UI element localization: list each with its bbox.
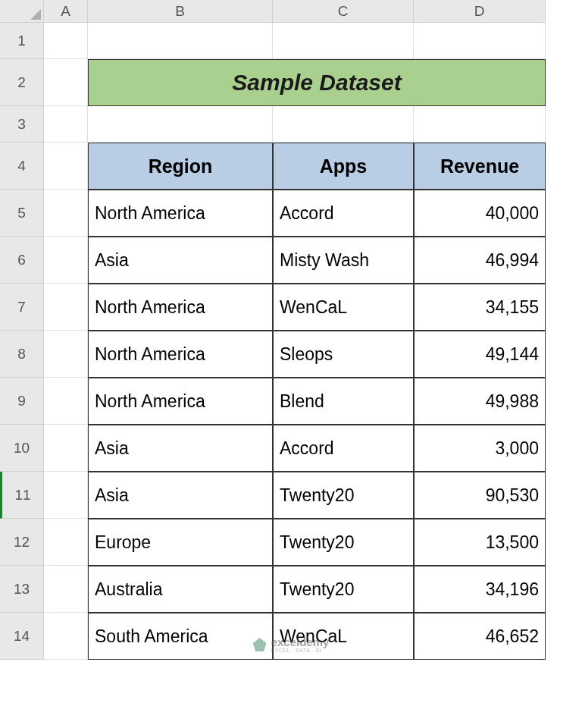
col-header-d[interactable]: D [414, 0, 546, 23]
cell-apps-2[interactable]: WenCaL [273, 284, 414, 331]
cell-a8[interactable] [44, 331, 88, 378]
cell-b1[interactable] [88, 23, 273, 59]
col-header-c[interactable]: C [273, 0, 414, 23]
cell-region-9[interactable]: South America [88, 613, 273, 660]
cell-region-2[interactable]: North America [88, 284, 273, 331]
select-all-corner[interactable] [0, 0, 44, 23]
cell-d1[interactable] [414, 23, 546, 59]
cell-a13[interactable] [44, 566, 88, 613]
cell-region-7[interactable]: Europe [88, 519, 273, 566]
cell-revenue-3[interactable]: 49,144 [414, 331, 546, 378]
cell-a2[interactable] [44, 59, 88, 106]
spreadsheet-grid: A B C D 1 2 Sample Dataset 3 4 Region Ap… [0, 0, 582, 660]
watermark-sub: EXCEL · DATA · BI [271, 648, 330, 653]
cell-apps-8[interactable]: Twenty20 [273, 566, 414, 613]
cell-region-0[interactable]: North America [88, 190, 273, 237]
cell-b3[interactable] [88, 106, 273, 143]
watermark-icon [253, 638, 267, 651]
cell-revenue-2[interactable]: 34,155 [414, 284, 546, 331]
cell-revenue-9[interactable]: 46,652 [414, 613, 546, 660]
row-header-12[interactable]: 12 [0, 519, 44, 566]
col-header-a[interactable]: A [44, 0, 88, 23]
row-header-11[interactable]: 11 [0, 472, 44, 519]
row-header-3[interactable]: 3 [0, 106, 44, 143]
cell-a10[interactable] [44, 425, 88, 472]
header-apps[interactable]: Apps [273, 143, 414, 190]
cell-revenue-7[interactable]: 13,500 [414, 519, 546, 566]
cell-region-3[interactable]: North America [88, 331, 273, 378]
row-header-10[interactable]: 10 [0, 425, 44, 472]
cell-a14[interactable] [44, 613, 88, 660]
cell-apps-6[interactable]: Twenty20 [273, 472, 414, 519]
cell-apps-1[interactable]: Misty Wash [273, 237, 414, 284]
cell-a1[interactable] [44, 23, 88, 59]
cell-apps-0[interactable]: Accord [273, 190, 414, 237]
cell-region-4[interactable]: North America [88, 378, 273, 425]
cell-region-5[interactable]: Asia [88, 425, 273, 472]
row-header-6[interactable]: 6 [0, 237, 44, 284]
row-header-8[interactable]: 8 [0, 331, 44, 378]
cell-region-8[interactable]: Australia [88, 566, 273, 613]
cell-revenue-0[interactable]: 40,000 [414, 190, 546, 237]
cell-a6[interactable] [44, 237, 88, 284]
cell-a3[interactable] [44, 106, 88, 143]
row-header-4[interactable]: 4 [0, 143, 44, 190]
cell-a4[interactable] [44, 143, 88, 190]
cell-a9[interactable] [44, 378, 88, 425]
watermark: exceldemy EXCEL · DATA · BI [253, 636, 330, 653]
cell-apps-7[interactable]: Twenty20 [273, 519, 414, 566]
watermark-text: exceldemy EXCEL · DATA · BI [271, 636, 330, 653]
row-header-14[interactable]: 14 [0, 613, 44, 660]
cell-c1[interactable] [273, 23, 414, 59]
cell-revenue-5[interactable]: 3,000 [414, 425, 546, 472]
header-revenue[interactable]: Revenue [414, 143, 546, 190]
cell-c3[interactable] [273, 106, 414, 143]
cell-region-1[interactable]: Asia [88, 237, 273, 284]
title-cell[interactable]: Sample Dataset [88, 59, 546, 106]
row-header-9[interactable]: 9 [0, 378, 44, 425]
cell-region-6[interactable]: Asia [88, 472, 273, 519]
watermark-name: exceldemy [271, 636, 330, 648]
cell-a11[interactable] [44, 472, 88, 519]
row-header-1[interactable]: 1 [0, 23, 44, 59]
cell-a12[interactable] [44, 519, 88, 566]
cell-a5[interactable] [44, 190, 88, 237]
header-region[interactable]: Region [88, 143, 273, 190]
cell-revenue-8[interactable]: 34,196 [414, 566, 546, 613]
row-header-7[interactable]: 7 [0, 284, 44, 331]
cell-revenue-1[interactable]: 46,994 [414, 237, 546, 284]
col-header-b[interactable]: B [88, 0, 273, 23]
cell-apps-5[interactable]: Accord [273, 425, 414, 472]
cell-revenue-4[interactable]: 49,988 [414, 378, 546, 425]
cell-d3[interactable] [414, 106, 546, 143]
row-header-5[interactable]: 5 [0, 190, 44, 237]
cell-apps-3[interactable]: Sleops [273, 331, 414, 378]
row-header-2[interactable]: 2 [0, 59, 44, 106]
row-header-13[interactable]: 13 [0, 566, 44, 613]
cell-apps-4[interactable]: Blend [273, 378, 414, 425]
cell-revenue-6[interactable]: 90,530 [414, 472, 546, 519]
cell-a7[interactable] [44, 284, 88, 331]
